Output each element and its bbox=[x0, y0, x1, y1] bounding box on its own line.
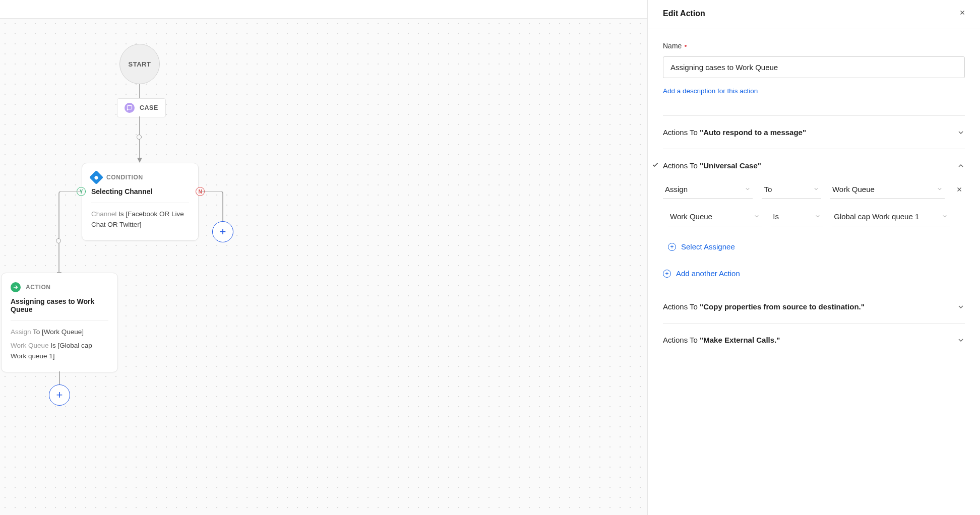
close-icon[interactable] bbox=[957, 6, 968, 21]
add-node-button-no[interactable]: + bbox=[212, 221, 233, 242]
flow-canvas[interactable]: START CASE CONDITION Selecting Channel C… bbox=[0, 18, 647, 515]
section-header-universal[interactable]: Actions To "Universal Case" bbox=[663, 161, 965, 170]
action-row-1: Assign To Work Queue bbox=[663, 181, 965, 199]
required-indicator bbox=[685, 45, 687, 47]
section-external-calls: Actions To "Make External Calls." bbox=[663, 323, 965, 356]
check-icon bbox=[652, 161, 659, 170]
section-header-auto-respond[interactable]: Actions To "Auto respond to a message" bbox=[663, 128, 965, 137]
name-input[interactable] bbox=[663, 56, 965, 78]
connector bbox=[138, 84, 142, 98]
chevron-down-icon bbox=[957, 336, 965, 344]
condition-title: Selecting Channel bbox=[91, 187, 189, 196]
condition-label: CONDITION bbox=[106, 174, 143, 181]
start-node[interactable]: START bbox=[119, 44, 160, 84]
section-header-copy[interactable]: Actions To "Copy properties from source … bbox=[663, 302, 965, 311]
no-badge: N bbox=[196, 187, 205, 196]
connector-yes bbox=[57, 191, 83, 277]
add-another-action-link[interactable]: + Add another Action bbox=[663, 269, 740, 278]
start-label: START bbox=[129, 60, 151, 68]
add-description-link[interactable]: Add a description for this action bbox=[663, 87, 758, 95]
chevron-down-icon bbox=[813, 185, 819, 194]
panel-title: Edit Action bbox=[663, 9, 705, 18]
svg-marker-2 bbox=[137, 158, 142, 163]
select-value[interactable]: Global cap Work queue 1 bbox=[832, 208, 950, 226]
chevron-down-icon bbox=[745, 185, 751, 194]
chevron-down-icon bbox=[942, 212, 948, 221]
action-line1: Assign To [Work Queue] bbox=[11, 327, 108, 338]
select-operator[interactable]: Is bbox=[771, 208, 823, 226]
action-line2: Work Queue Is [Global cap Work queue 1] bbox=[11, 341, 108, 362]
section-universal-case: Actions To "Universal Case" Assign To bbox=[663, 149, 965, 290]
select-target[interactable]: Work Queue bbox=[830, 181, 945, 199]
action-node[interactable]: ACTION Assigning cases to Work Queue Ass… bbox=[1, 273, 118, 372]
name-label: Name bbox=[663, 42, 687, 50]
section-header-external[interactable]: Actions To "Make External Calls." bbox=[663, 336, 965, 344]
chevron-down-icon bbox=[937, 185, 943, 194]
chevron-up-icon bbox=[957, 162, 965, 170]
case-label: CASE bbox=[140, 104, 158, 111]
select-preposition[interactable]: To bbox=[762, 181, 821, 199]
action-title: Assigning cases to Work Queue bbox=[11, 297, 108, 313]
select-assignee-link[interactable]: + Select Assignee bbox=[663, 242, 735, 251]
add-node-button-yes[interactable]: + bbox=[49, 384, 70, 406]
select-verb[interactable]: Assign bbox=[663, 181, 753, 199]
connector-dot bbox=[56, 238, 61, 243]
condition-text: Channel Is [Facebook OR Live Chat OR Twi… bbox=[91, 209, 189, 230]
connector-no bbox=[200, 191, 226, 226]
action-row-2: Work Queue Is Global cap Work queue 1 bbox=[663, 208, 965, 226]
action-label: ACTION bbox=[26, 284, 51, 291]
chevron-down-icon bbox=[957, 128, 965, 137]
chevron-down-icon bbox=[957, 303, 965, 311]
condition-node[interactable]: CONDITION Selecting Channel Channel Is [… bbox=[82, 163, 199, 241]
connector-dot bbox=[137, 135, 142, 140]
case-node[interactable]: CASE bbox=[117, 98, 166, 117]
plus-circle-icon: + bbox=[663, 270, 671, 278]
action-icon bbox=[11, 282, 21, 292]
connector bbox=[57, 371, 62, 385]
chevron-down-icon bbox=[754, 212, 760, 221]
section-copy-properties: Actions To "Copy properties from source … bbox=[663, 290, 965, 323]
section-auto-respond: Actions To "Auto respond to a message" bbox=[663, 115, 965, 149]
select-field[interactable]: Work Queue bbox=[668, 208, 762, 226]
remove-row-icon[interactable] bbox=[954, 184, 965, 197]
connector bbox=[136, 116, 143, 163]
condition-icon bbox=[89, 170, 103, 184]
edit-panel: Edit Action Name Add a description for t… bbox=[647, 0, 980, 515]
case-icon bbox=[125, 103, 135, 113]
chevron-down-icon bbox=[815, 212, 821, 221]
yes-badge: Y bbox=[77, 187, 86, 196]
plus-circle-icon: + bbox=[668, 243, 676, 251]
panel-header: Edit Action bbox=[648, 0, 980, 29]
